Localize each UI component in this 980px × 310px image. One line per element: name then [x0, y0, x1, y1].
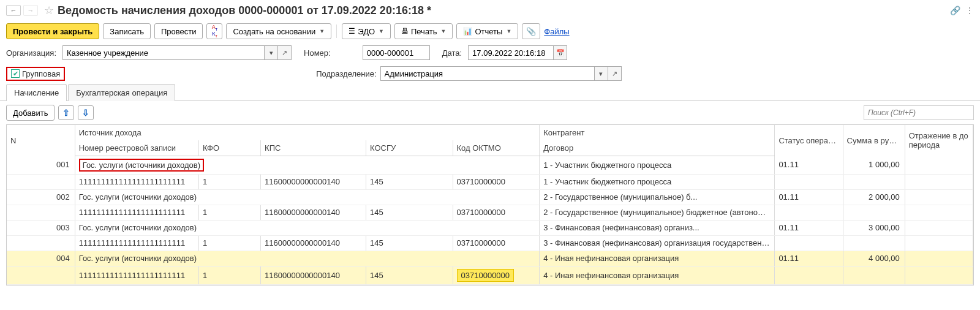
cell-kps[interactable]: 11600000000000140 [261, 205, 366, 220]
toolbar-divider [336, 25, 337, 38]
open-icon[interactable]: ↗ [608, 66, 622, 81]
col-kosgu[interactable]: КОСГУ [366, 140, 453, 156]
write-button[interactable]: Записать [103, 23, 151, 39]
cell-source[interactable]: Гос. услуги (источники доходов) [75, 251, 539, 266]
col-contract[interactable]: Договор [540, 140, 775, 156]
col-amount[interactable]: Сумма в рублях [843, 125, 905, 156]
tab-accrual[interactable]: Начисление [6, 84, 67, 101]
cell-status[interactable]: 01.11 [775, 220, 843, 235]
create-based-on-button[interactable]: Создать на основании▼ [226, 23, 331, 39]
col-n[interactable]: N [7, 125, 75, 156]
dropdown-icon[interactable]: ▾ [265, 45, 278, 60]
cell-contract[interactable]: 4 - Иная нефинансовая организация [540, 266, 775, 284]
nav-back-button[interactable]: ← [6, 5, 21, 16]
cell-kfo[interactable]: 1 [198, 205, 260, 220]
attachment-button[interactable]: 📎 [522, 23, 540, 39]
move-down-button[interactable]: ⇩ [78, 105, 94, 120]
table-row[interactable]: 001Гос. услуги (источники доходов)1 - Уч… [7, 156, 973, 174]
table-row-detail[interactable]: 1111111111111111111111111116000000000001… [7, 174, 973, 189]
col-kfo[interactable]: КФО [198, 140, 260, 156]
cell-kosgu[interactable]: 145 [366, 266, 453, 284]
cell-reflection[interactable] [905, 220, 973, 235]
reports-icon: 📊 [463, 27, 472, 36]
col-counterparty[interactable]: Контрагент [540, 125, 775, 140]
cell-contract[interactable]: 3 - Финансовая (нефинансовая) организаци… [540, 235, 775, 251]
cell-counterparty[interactable]: 3 - Финансовая (нефинансовая) организ... [540, 220, 775, 235]
cell-kosgu[interactable]: 145 [366, 174, 453, 189]
col-status[interactable]: Статус операции [775, 125, 843, 156]
cell-reflection[interactable] [905, 251, 973, 266]
cell-status[interactable]: 01.11 [775, 189, 843, 205]
post-button[interactable]: Провести [154, 23, 203, 39]
cell-source[interactable]: Гос. услуги (источники доходов) [75, 156, 539, 174]
cell-kps[interactable]: 11600000000000140 [261, 266, 366, 284]
date-input[interactable] [468, 45, 554, 60]
nav-forward-button[interactable]: → [23, 5, 38, 16]
cell-oktmo[interactable]: 03710000000 [453, 266, 540, 284]
table-row[interactable]: 004Гос. услуги (источники доходов)4 - Ин… [7, 251, 973, 266]
cell-reflection[interactable] [905, 156, 973, 174]
cell-source[interactable]: Гос. услуги (источники доходов) [75, 189, 539, 205]
cell-oktmo[interactable]: 03710000000 [453, 235, 540, 251]
cell-oktmo[interactable]: 03710000000 [453, 174, 540, 189]
table-row[interactable]: 003Гос. услуги (источники доходов)3 - Фи… [7, 220, 973, 235]
post-and-close-button[interactable]: Провести и закрыть [6, 23, 99, 39]
cell-registry[interactable]: 111111111111111111111111 [75, 174, 198, 189]
table-row-detail[interactable]: 1111111111111111111111111116000000000001… [7, 266, 973, 284]
cell-amount[interactable]: 1 000,00 [843, 156, 905, 174]
group-checkbox[interactable]: ✔ [11, 69, 20, 78]
col-registry[interactable]: Номер реестровой записи [75, 140, 198, 156]
add-button[interactable]: Добавить [6, 105, 55, 121]
open-icon[interactable]: ↗ [278, 45, 292, 60]
cell-kps[interactable]: 11600000000000140 [261, 235, 366, 251]
cell-contract[interactable]: 1 - Участник бюджетного процесса [540, 174, 775, 189]
col-oktmo[interactable]: Код ОКТМО [453, 140, 540, 156]
cell-amount[interactable]: 4 000,00 [843, 251, 905, 266]
cell-n: 004 [7, 251, 75, 266]
cell-counterparty[interactable]: 4 - Иная нефинансовая организация [540, 251, 775, 266]
col-reflection[interactable]: Отражение в до периода [905, 125, 973, 156]
cell-oktmo[interactable]: 03710000000 [453, 205, 540, 220]
cell-status[interactable]: 01.11 [775, 156, 843, 174]
cell-status[interactable]: 01.11 [775, 251, 843, 266]
more-icon[interactable]: ⋮ [965, 6, 974, 15]
cell-registry[interactable]: 111111111111111111111111 [75, 205, 198, 220]
number-input[interactable] [363, 45, 430, 60]
cell-kps[interactable]: 11600000000000140 [261, 174, 366, 189]
table-row-detail[interactable]: 1111111111111111111111111116000000000001… [7, 205, 973, 220]
cell-registry[interactable]: 111111111111111111111111 [75, 266, 198, 284]
print-button[interactable]: 🖶 Печать▼ [394, 23, 453, 39]
table-search-input[interactable] [864, 105, 974, 120]
col-kps[interactable]: КПС [261, 140, 366, 156]
files-link[interactable]: Файлы [544, 27, 569, 36]
table-row-detail[interactable]: 1111111111111111111111111116000000000001… [7, 235, 973, 251]
cell-kosgu[interactable]: 145 [366, 205, 453, 220]
cell-counterparty[interactable]: 2 - Государственное (муниципальное) б... [540, 189, 775, 205]
calendar-icon[interactable]: 📅 [554, 45, 567, 60]
table-row[interactable]: 002Гос. услуги (источники доходов)2 - Го… [7, 189, 973, 205]
cell-kfo[interactable]: 1 [198, 235, 260, 251]
dtkt-icon-button[interactable]: АтКт [206, 23, 222, 39]
subdivision-label: Подразделение: [316, 69, 376, 78]
cell-counterparty[interactable]: 1 - Участник бюджетного процесса [540, 156, 775, 174]
cell-n: 001 [7, 156, 75, 174]
organization-input[interactable] [62, 45, 265, 60]
subdivision-input[interactable] [380, 66, 595, 81]
cell-contract[interactable]: 2 - Государственное (муниципальное) бюдж… [540, 205, 775, 220]
dropdown-icon[interactable]: ▾ [595, 66, 608, 81]
cell-amount[interactable]: 3 000,00 [843, 220, 905, 235]
col-income-source[interactable]: Источник дохода [75, 125, 539, 140]
reports-button[interactable]: 📊 Отчеты▼ [456, 23, 518, 39]
tab-accounting-operation[interactable]: Бухгалтерская операция [68, 84, 175, 101]
link-icon[interactable]: 🔗 [950, 6, 960, 15]
cell-source[interactable]: Гос. услуги (источники доходов) [75, 220, 539, 235]
cell-kosgu[interactable]: 145 [366, 235, 453, 251]
favorite-star-icon[interactable]: ☆ [44, 4, 54, 17]
cell-amount[interactable]: 2 000,00 [843, 189, 905, 205]
cell-reflection[interactable] [905, 189, 973, 205]
cell-registry[interactable]: 111111111111111111111111 [75, 235, 198, 251]
cell-kfo[interactable]: 1 [198, 266, 260, 284]
edo-button[interactable]: ☰ ЭДО▼ [342, 23, 391, 39]
cell-kfo[interactable]: 1 [198, 174, 260, 189]
move-up-button[interactable]: ⇧ [58, 105, 74, 120]
